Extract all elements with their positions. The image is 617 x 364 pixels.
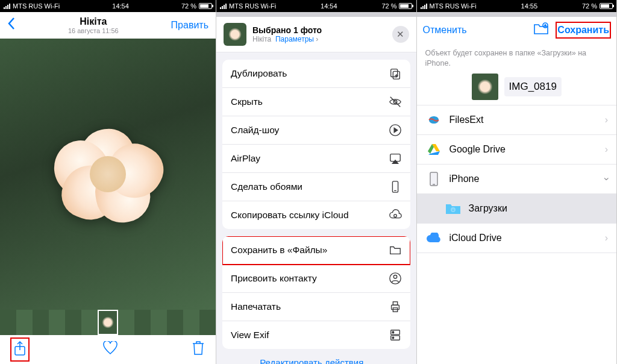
iphone-icon xyxy=(425,171,442,187)
play-circle-icon xyxy=(389,124,402,137)
gdrive-icon xyxy=(425,141,442,158)
filename-field[interactable]: IMG_0819 xyxy=(504,77,562,96)
sheet-grabber-area xyxy=(417,12,617,17)
action-slideshow[interactable]: Слайд-шоу xyxy=(222,116,410,145)
airplay-icon xyxy=(389,152,402,165)
chevron-right-icon: › xyxy=(605,144,608,155)
chevron-right-icon: › xyxy=(605,233,608,243)
location-google-drive[interactable]: Google Drive › xyxy=(417,135,617,165)
svg-marker-11 xyxy=(392,160,398,164)
options-link[interactable]: Параметры xyxy=(275,35,314,43)
location-iphone[interactable]: iPhone › xyxy=(417,165,617,194)
sheet-header: Выбрано 1 фото Нікіта Параметры › ✕ xyxy=(216,17,416,52)
exif-icon xyxy=(389,328,402,342)
action-save-to-files[interactable]: Сохранить в «Файлы» xyxy=(222,236,410,265)
thumbnail-strip[interactable] xyxy=(0,310,216,335)
action-wallpaper[interactable]: Сделать обоями xyxy=(222,173,410,201)
nav-title: Нікіта xyxy=(68,16,119,27)
action-hide[interactable]: Скрыть xyxy=(222,88,410,116)
sheet-grabber-area xyxy=(216,12,416,17)
carrier-label: MTS RUS Wi-Fi xyxy=(229,2,276,10)
svg-marker-9 xyxy=(394,128,398,132)
clock: 14:54 xyxy=(321,2,337,10)
printer-icon xyxy=(389,300,402,313)
svg-rect-17 xyxy=(391,305,399,309)
nav-bar: Отменить Сохранить xyxy=(417,17,617,43)
nav-subtitle: 16 августа 11:56 xyxy=(68,27,119,34)
photo-content xyxy=(54,123,162,225)
svg-line-7 xyxy=(390,97,400,107)
icloud-icon xyxy=(425,230,442,246)
cloud-link-icon xyxy=(389,209,402,222)
battery-percent: 72 % xyxy=(181,2,196,10)
screen-photo-detail: MTS RUS Wi-Fi 14:54 72 % Нікіта 16 авгус… xyxy=(0,0,216,364)
person-circle-icon xyxy=(389,272,402,285)
file-thumbnail xyxy=(472,74,498,100)
svg-point-16 xyxy=(393,275,397,279)
action-copy-icloud-link[interactable]: Скопировать ссылку iCloud xyxy=(222,201,410,229)
photo-viewport[interactable] xyxy=(0,39,216,310)
clock: 14:55 xyxy=(521,2,538,10)
selection-thumbnail xyxy=(224,23,246,46)
carrier-label: MTS RUS Wi-Fi xyxy=(13,2,60,10)
action-assign-contact[interactable]: Присвоить контакту xyxy=(222,265,410,293)
selection-count: Выбрано 1 фото xyxy=(252,25,386,35)
location-filesext[interactable]: FilesExt › xyxy=(417,105,617,135)
selection-source: Нікіта xyxy=(252,35,271,43)
svg-point-23 xyxy=(392,337,393,339)
save-destination-note: Объект будет сохранен в папке «Загрузки»… xyxy=(425,48,609,69)
share-button[interactable] xyxy=(11,338,29,361)
screen-share-sheet: MTS RUS Wi-Fi 14:54 72 % Выбрано 1 фото … xyxy=(216,0,417,364)
battery-percent: 72 % xyxy=(381,2,396,10)
svg-rect-30 xyxy=(430,172,437,186)
action-view-exif[interactable]: View Exif xyxy=(222,321,410,349)
status-bar: MTS RUS Wi-Fi 14:54 72 % xyxy=(0,0,216,12)
save-button[interactable]: Сохранить xyxy=(556,22,610,38)
bottom-toolbar xyxy=(0,335,216,364)
action-airplay[interactable]: AirPlay xyxy=(222,145,410,173)
chevron-right-icon: › xyxy=(605,115,608,125)
delete-button[interactable] xyxy=(192,340,205,359)
edit-button[interactable]: Править xyxy=(171,20,208,31)
svg-point-22 xyxy=(392,331,393,333)
back-button[interactable] xyxy=(7,17,16,34)
favorite-button[interactable] xyxy=(102,341,118,358)
location-icloud-drive[interactable]: iCloud Drive › xyxy=(417,224,617,253)
svg-point-14 xyxy=(393,215,396,218)
cancel-button[interactable]: Отменить xyxy=(423,25,467,36)
status-bar: MTS RUS Wi-Fi 14:55 72 % xyxy=(417,0,617,12)
location-list: FilesExt › Google Drive › iPhone › Загру… xyxy=(417,105,617,364)
phone-icon xyxy=(389,180,402,193)
duplicate-icon xyxy=(389,67,402,80)
svg-rect-18 xyxy=(393,302,397,306)
new-folder-button[interactable] xyxy=(533,22,549,38)
edit-actions-link[interactable]: Редактировать действия… xyxy=(222,349,410,364)
action-print[interactable]: Напечатать xyxy=(222,293,410,321)
chevron-down-icon: › xyxy=(601,177,612,180)
screen-save-to-files: MTS RUS Wi-Fi 14:55 72 % Отменить Сохран… xyxy=(417,0,618,364)
nav-bar: Нікіта 16 августа 11:56 Править xyxy=(0,12,216,39)
downloads-folder-icon xyxy=(445,200,462,217)
battery-percent: 72 % xyxy=(582,2,597,10)
folder-icon xyxy=(389,243,402,257)
location-downloads[interactable]: Загрузки xyxy=(417,194,617,224)
clock: 14:54 xyxy=(112,2,129,10)
close-button[interactable]: ✕ xyxy=(392,26,409,43)
carrier-label: MTS RUS Wi-Fi xyxy=(430,2,477,10)
action-duplicate[interactable]: Дублировать xyxy=(222,60,410,88)
status-bar: MTS RUS Wi-Fi 14:54 72 % xyxy=(216,0,416,12)
eye-slash-icon xyxy=(389,95,402,108)
app-icon xyxy=(425,111,442,128)
